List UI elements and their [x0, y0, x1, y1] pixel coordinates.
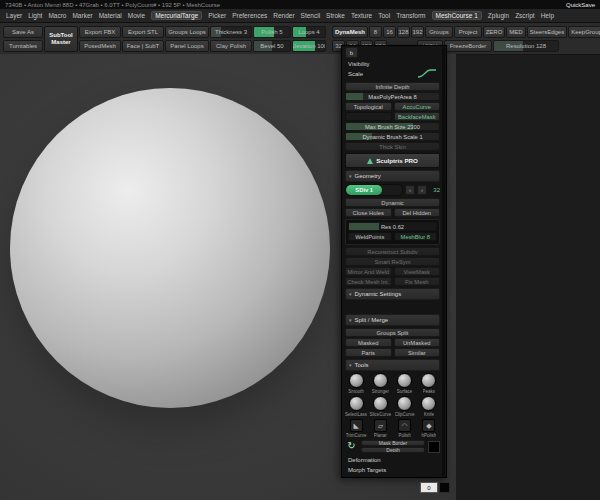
- brush-thumb-slicecurve[interactable]: SliceCurve: [369, 396, 391, 417]
- shelf-btn-zero[interactable]: ZERO: [483, 26, 505, 38]
- shelf-num-16[interactable]: 16: [383, 26, 396, 38]
- menu-layer[interactable]: Layer: [6, 12, 22, 19]
- panel-item-deformation[interactable]: Deformation: [345, 455, 440, 464]
- shelf-btn-turntables[interactable]: Turntables: [3, 40, 43, 52]
- quicksave-button[interactable]: QuickSave: [566, 2, 595, 8]
- sdiv-higher-button[interactable]: ›: [417, 185, 427, 195]
- panel-slider-maxpolyperarea[interactable]: MaxPolyPerArea 8: [345, 92, 440, 101]
- brush-icon-polish[interactable]: ◠Polish: [394, 419, 416, 438]
- refresh-icon[interactable]: ↻: [345, 440, 358, 453]
- brush-thumb-surface[interactable]: Surface: [394, 373, 416, 394]
- panel-btn-unmasked[interactable]: UnMasked: [394, 338, 441, 347]
- section-header-tools[interactable]: ▾Tools: [345, 359, 440, 371]
- panel-slider-res[interactable]: Res 0.62: [348, 222, 437, 231]
- shelf-btn-posedmesh[interactable]: PosedMesh: [79, 40, 121, 52]
- shelf-btn-export-fbx[interactable]: Export FBX: [79, 26, 121, 38]
- brush-icon-hpolish[interactable]: ◆hPolish: [418, 419, 440, 438]
- shelf-btn-groups-loops[interactable]: Groups Loops: [165, 26, 209, 38]
- menu-material[interactable]: Material: [99, 12, 122, 19]
- menu-marker[interactable]: Marker: [72, 12, 92, 19]
- panel-btn-topological[interactable]: Topological: [345, 102, 392, 111]
- menu-movie[interactable]: Movie: [128, 12, 145, 19]
- color-swatch[interactable]: [428, 441, 440, 453]
- menu-help[interactable]: Help: [541, 12, 554, 19]
- panel-btn-close-holes[interactable]: Close Holes: [345, 208, 392, 217]
- brush-thumb-knife[interactable]: Knife: [418, 396, 440, 417]
- shelf-slider-loops[interactable]: Loops 4: [292, 26, 326, 38]
- subtool-master-button[interactable]: SubTool Master: [44, 26, 78, 52]
- brush-thumb-clipcurve[interactable]: ClipCurve: [394, 396, 416, 417]
- menu-transform[interactable]: Transform: [396, 12, 425, 19]
- sdiv-lower-button[interactable]: ‹: [405, 185, 415, 195]
- shelf-btn-keepgroups[interactable]: KeepGroups: [568, 26, 600, 38]
- shelf-btn-save-as[interactable]: Save As: [3, 26, 43, 38]
- panel-btn-backfacemask[interactable]: BackfaceMask: [394, 112, 441, 121]
- shelf-btn-export-stl[interactable]: Export STL: [122, 26, 164, 38]
- menu-zplugin[interactable]: Zplugin: [488, 12, 509, 19]
- brush-icon-planar[interactable]: ▱Planar: [369, 419, 391, 438]
- menu-picker[interactable]: Picker: [208, 12, 226, 19]
- footer-value-box[interactable]: 0: [420, 482, 438, 493]
- panel-btn-groups-split[interactable]: Groups Split: [345, 328, 440, 337]
- shelf-btn-panel-loops[interactable]: Panel Loops: [165, 40, 209, 52]
- panel-btn-dynamic[interactable]: Dynamic: [345, 198, 440, 207]
- panel-btn-sculptris-pro[interactable]: Sculptris PRO: [345, 153, 440, 168]
- shelf-slider-polish[interactable]: Polish 5: [253, 26, 291, 38]
- panel-btn-accucurve[interactable]: AccuCurve: [394, 102, 441, 111]
- shelf-btn-med[interactable]: MED: [506, 26, 526, 38]
- panel-slider-dynamic-brush-scale[interactable]: Dynamic Brush Scale 1: [345, 132, 440, 141]
- panel-btn-viewmask[interactable]: ViewMask: [394, 267, 441, 276]
- panel-btn-mask-border[interactable]: Mask Border: [361, 440, 425, 446]
- panel-btn-weldpoints[interactable]: WeldPoints: [348, 232, 392, 241]
- menu-stencil[interactable]: Stencil: [301, 12, 321, 19]
- section-header-split-merge[interactable]: ▾Split / Merge: [345, 314, 440, 326]
- shelf-num-128[interactable]: 128: [397, 26, 410, 38]
- panel-btn-del-hidden[interactable]: Del Hidden: [394, 208, 441, 217]
- shelf-slider-elevation[interactable]: Elevation 100: [292, 40, 326, 52]
- shelf-btn-groups[interactable]: Groups: [425, 26, 453, 38]
- menu-zscript[interactable]: Zscript: [515, 12, 535, 19]
- brush-thumb-peaks[interactable]: Peaks: [418, 373, 440, 394]
- panel-item-morph-targets[interactable]: Morph Targets: [345, 465, 440, 474]
- panel-btn-fix-mesh[interactable]: Fix Mesh: [394, 277, 441, 286]
- shelf-btn-dynamesh[interactable]: DynaMesh: [332, 26, 368, 38]
- menu-stroke[interactable]: Stroke: [326, 12, 345, 19]
- shelf-btn-project[interactable]: Project: [454, 26, 482, 38]
- shelf-num-8[interactable]: 8: [369, 26, 382, 38]
- section-header-geometry[interactable]: ▾Geometry: [345, 170, 440, 182]
- menu-render[interactable]: Render: [273, 12, 294, 19]
- panel-btn-check-mesh-int[interactable]: Check Mesh Int.: [345, 277, 392, 286]
- panel-btn-thick-skin[interactable]: Thick Skin: [345, 142, 440, 151]
- menu-light[interactable]: Light: [28, 12, 42, 19]
- shelf-slider-bevel[interactable]: Bevel 50: [253, 40, 291, 52]
- panel-btn-similar[interactable]: Similar: [394, 348, 441, 357]
- sdiv-slider[interactable]: SDiv 1: [345, 184, 403, 196]
- panel-slider-max-brush-size[interactable]: Max Brush Size 2300: [345, 122, 440, 131]
- panel-btn-masked[interactable]: Masked: [345, 338, 392, 347]
- panel-btn-mirror-and-weld[interactable]: Mirror And Weld: [345, 267, 392, 276]
- menu-texture[interactable]: Texture: [351, 12, 372, 19]
- brush-thumb-stronger[interactable]: Stronger: [369, 373, 391, 394]
- shelf-btn-face-subt[interactable]: Face | SubT: [122, 40, 164, 52]
- panel-item-scale[interactable]: Scale: [345, 69, 440, 78]
- brush-icon-trimcurve[interactable]: ◣TrimCurve: [345, 419, 367, 438]
- menu-preferences[interactable]: Preferences: [232, 12, 267, 19]
- panel-item-visibility[interactable]: Visibility: [345, 59, 440, 68]
- shelf-btn-clay-polish[interactable]: Clay Polish: [210, 40, 252, 52]
- brush-thumb-selectlasso[interactable]: SelectLasso: [345, 396, 367, 417]
- panel-tab[interactable]: b: [345, 47, 358, 58]
- shelf-slider-resolution[interactable]: Resolution 128: [493, 40, 559, 52]
- shelf-num-192[interactable]: 192: [411, 26, 424, 38]
- shelf-btn-steersedges[interactable]: SteersEdges: [527, 26, 567, 38]
- panel-btn-infinite-depth[interactable]: Infinite Depth: [345, 82, 440, 91]
- panel-btn-meshblur-8[interactable]: MeshBlur 8: [394, 232, 438, 241]
- panel-btn-parts[interactable]: Parts: [345, 348, 392, 357]
- menu-meshcourse-1[interactable]: MeshCourse 1: [432, 11, 482, 20]
- menu-mercurialtarge[interactable]: MercurialTarge: [151, 11, 202, 20]
- panel-item-other[interactable]: Other: [345, 475, 440, 478]
- panel-btn-reconstruct-subdiv[interactable]: Reconstruct Subdiv: [345, 247, 440, 256]
- panel-btn-depth[interactable]: Depth: [361, 447, 425, 453]
- menu-tool[interactable]: Tool: [378, 12, 390, 19]
- shelf-slider-thickness[interactable]: Thickness 3: [210, 26, 252, 38]
- section-header-dynamic-settings[interactable]: ▾Dynamic Settings: [345, 288, 440, 300]
